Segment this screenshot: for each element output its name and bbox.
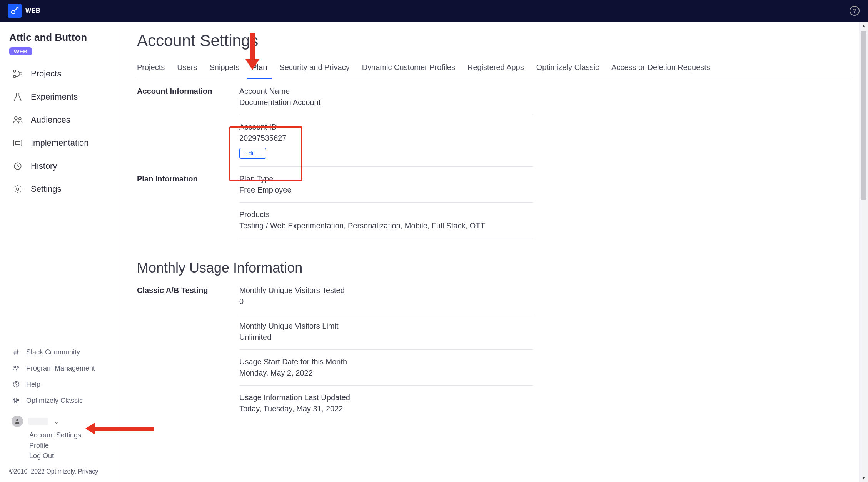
field-value-visitors-tested: 0	[239, 297, 533, 306]
gear-icon	[12, 183, 24, 195]
sidebar-item-label: Implementation	[31, 138, 88, 148]
edit-account-id-button[interactable]: Edit…	[239, 148, 266, 159]
field-label-account-name: Account Name	[239, 87, 533, 96]
scroll-down-arrow[interactable]: ▼	[859, 474, 868, 482]
tab-dcp[interactable]: Dynamic Customer Profiles	[362, 59, 455, 79]
field-value-plan-type: Free Employee	[239, 186, 533, 194]
logo-icon	[10, 7, 19, 15]
field-label-visitors-tested: Monthly Unique Visitors Tested	[239, 286, 533, 295]
field-label-plan-type: Plan Type	[239, 175, 533, 183]
svg-point-9	[14, 366, 16, 368]
secondary-classic[interactable]: Optimizely Classic	[12, 392, 110, 409]
section-label-account: Account Information	[137, 87, 239, 96]
scroll-thumb[interactable]	[861, 31, 866, 200]
projects-icon	[12, 68, 24, 80]
svg-point-10	[17, 366, 18, 368]
sidebar-item-history[interactable]: History	[0, 155, 120, 178]
sidebar: Attic and Button WEB Projects Experiment…	[0, 22, 120, 482]
avatar	[12, 416, 23, 427]
secondary-label: Help	[26, 381, 40, 389]
field-value-account-id: 20297535627	[239, 134, 533, 143]
tab-snippets[interactable]: Snippets	[209, 59, 239, 79]
tab-users[interactable]: Users	[177, 59, 197, 79]
project-title: Attic and Button	[0, 32, 120, 47]
vertical-scrollbar[interactable]: ▲ ▼	[859, 22, 868, 482]
tabs: Projects Users Snippets Plan Security an…	[137, 59, 851, 79]
secondary-program[interactable]: Program Management	[12, 360, 110, 376]
svg-point-1	[13, 70, 16, 72]
svg-point-0	[12, 10, 15, 14]
user-block: ⌄ Account Settings Profile Log Out	[0, 409, 120, 461]
experiments-icon	[12, 91, 24, 103]
sidebar-item-implementation[interactable]: Implementation	[0, 131, 120, 155]
svg-rect-7	[15, 142, 20, 145]
tab-projects[interactable]: Projects	[137, 59, 165, 79]
svg-point-4	[15, 117, 17, 120]
brand-logo	[8, 4, 22, 18]
field-label-visitors-limit: Monthly Unique Visitors Limit	[239, 322, 533, 331]
svg-rect-6	[14, 140, 22, 146]
svg-point-12	[16, 386, 16, 386]
tab-classic[interactable]: Optimizely Classic	[536, 59, 599, 79]
sidebar-item-label: Projects	[31, 69, 61, 79]
sidebar-item-projects[interactable]: Projects	[0, 62, 120, 85]
hash-icon	[12, 347, 21, 357]
tab-plan[interactable]: Plan	[252, 59, 267, 79]
sidebar-item-experiments[interactable]: Experiments	[0, 85, 120, 108]
chevron-down-icon: ⌄	[54, 418, 59, 425]
user-menu-toggle[interactable]: ⌄	[12, 412, 110, 430]
sidebar-item-audiences[interactable]: Audiences	[0, 108, 120, 131]
section-plan-info: Plan Information Plan Type Free Employee…	[137, 175, 533, 246]
tab-access[interactable]: Access or Deletion Requests	[611, 59, 710, 79]
sidebar-item-label: Experiments	[31, 92, 78, 102]
sidebar-item-label: Settings	[31, 184, 62, 194]
user-menu-account-settings[interactable]: Account Settings	[29, 430, 110, 440]
topbar: WEB ?	[0, 0, 868, 22]
help-button[interactable]: ?	[850, 6, 860, 16]
field-label-account-id: Account ID	[239, 123, 533, 131]
copyright-text: ©2010–2022 Optimizely.	[9, 468, 78, 475]
secondary-slack[interactable]: Slack Community	[12, 344, 110, 360]
help-icon	[12, 380, 21, 389]
sidebar-item-label: History	[31, 161, 57, 171]
sidebar-nav: Projects Experiments Audiences Implement…	[0, 62, 120, 201]
field-value-usage-start: Monday, May 2, 2022	[239, 369, 533, 377]
people-icon	[12, 364, 21, 373]
user-menu-logout[interactable]: Log Out	[29, 451, 110, 461]
tab-security[interactable]: Security and Privacy	[279, 59, 349, 79]
tab-apps[interactable]: Registered Apps	[467, 59, 524, 79]
secondary-label: Slack Community	[26, 348, 80, 356]
sidebar-item-label: Audiences	[31, 115, 70, 125]
svg-point-8	[17, 188, 19, 191]
sliders-icon	[12, 396, 21, 405]
brand-text: WEB	[25, 7, 40, 14]
field-value-visitors-limit: Unlimited	[239, 333, 533, 342]
page-title: Account Settings	[137, 32, 851, 50]
section-ab-testing: Classic A/B Testing Monthly Unique Visit…	[137, 278, 533, 421]
user-name-redacted	[28, 418, 48, 425]
web-pill: WEB	[9, 47, 32, 55]
section-label-ab: Classic A/B Testing	[137, 286, 239, 295]
audiences-icon	[12, 114, 24, 126]
svg-point-5	[19, 118, 21, 120]
field-label-usage-start: Usage Start Date for this Month	[239, 357, 533, 366]
sidebar-secondary: Slack Community Program Management Help …	[0, 344, 120, 409]
main: Account Settings Projects Users Snippets…	[120, 22, 868, 482]
svg-point-2	[13, 75, 16, 78]
section-account-info: Account Information Account Name Documen…	[137, 79, 533, 175]
section-title-monthly: Monthly Usage Information	[137, 260, 533, 276]
secondary-help[interactable]: Help	[12, 376, 110, 392]
user-menu-profile[interactable]: Profile	[29, 440, 110, 451]
field-label-products: Products	[239, 210, 533, 219]
svg-point-16	[16, 419, 18, 421]
sidebar-item-settings[interactable]: Settings	[0, 178, 120, 201]
field-label-usage-updated: Usage Information Last Updated	[239, 393, 533, 402]
scroll-up-arrow[interactable]: ▲	[859, 22, 868, 30]
implementation-icon	[12, 137, 24, 149]
field-value-account-name: Documentation Account	[239, 98, 533, 107]
secondary-label: Program Management	[26, 364, 95, 372]
field-value-usage-updated: Today, Tuesday, May 31, 2022	[239, 404, 533, 413]
copyright: ©2010–2022 Optimizely. Privacy	[0, 461, 120, 482]
privacy-link[interactable]: Privacy	[78, 468, 98, 475]
field-value-products: Testing / Web Experimentation, Personali…	[239, 221, 533, 230]
